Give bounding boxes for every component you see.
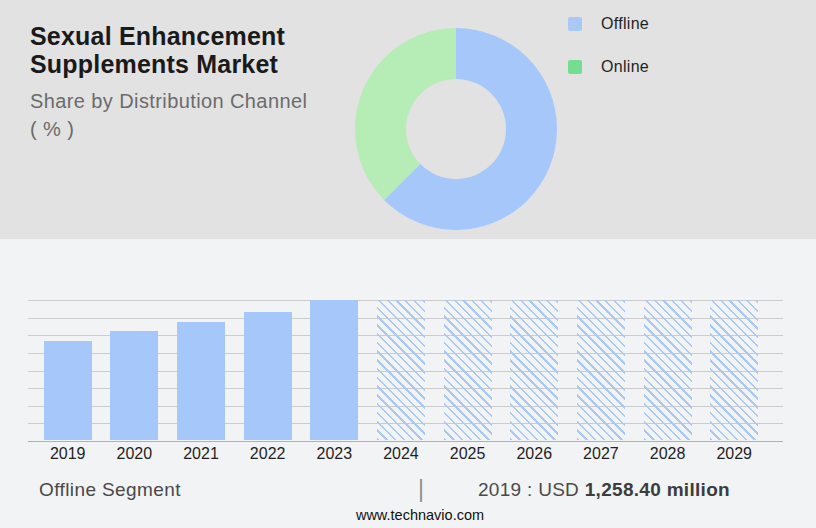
legend-item-offline: Offline <box>568 16 649 32</box>
infographic-poster: Sexual Enhancement Supplements Market Sh… <box>0 0 816 528</box>
bar-2028-forecast <box>644 300 692 440</box>
x-axis-label-2023: 2023 <box>301 445 367 463</box>
bar-2024-forecast <box>377 300 425 440</box>
market-value-amount: 1,258.40 million <box>585 479 730 500</box>
header-section: Sexual Enhancement Supplements Market Sh… <box>0 0 816 239</box>
bar-2025-forecast <box>444 300 492 440</box>
chart-legend: Offline Online <box>568 16 649 102</box>
website-link: www.technavio.com <box>356 507 484 523</box>
segment-caption: Offline Segment <box>39 479 181 501</box>
page-subtitle-line-2: ( % ) <box>30 116 307 142</box>
bar-2021 <box>177 322 225 440</box>
bar-2022 <box>244 312 292 440</box>
bar-2020 <box>110 331 158 440</box>
market-value-caption: 2019 : USD 1,258.40 million <box>478 479 730 501</box>
x-axis-label-2024: 2024 <box>368 445 434 463</box>
market-value-prefix: 2019 : USD <box>478 479 585 500</box>
legend-label-offline: Offline <box>601 15 649 33</box>
x-axis-label-2028: 2028 <box>635 445 701 463</box>
online-swatch-icon <box>568 60 582 74</box>
donut-chart-hole <box>406 79 506 179</box>
bar-chart: 2019202020212022202320242025202620272028… <box>28 300 783 441</box>
bar-2023 <box>310 300 358 440</box>
x-axis-line <box>28 441 783 442</box>
x-axis-label-2022: 2022 <box>235 445 301 463</box>
x-axis-label-2025: 2025 <box>435 445 501 463</box>
page-title-line-2: Supplements Market <box>30 50 307 78</box>
x-axis-label-2020: 2020 <box>101 445 167 463</box>
title-block: Sexual Enhancement Supplements Market Sh… <box>30 22 307 142</box>
x-axis-label-2029: 2029 <box>701 445 767 463</box>
caption-divider: | <box>418 476 424 503</box>
bar-2026-forecast <box>510 300 558 440</box>
x-axis-label-2027: 2027 <box>568 445 634 463</box>
legend-label-online: Online <box>601 58 649 76</box>
caption-row: Offline Segment | 2019 : USD 1,258.40 mi… <box>0 479 816 505</box>
offline-swatch-icon <box>568 17 582 31</box>
bar-2027-forecast <box>577 300 625 440</box>
x-axis-label-2021: 2021 <box>168 445 234 463</box>
bar-2019 <box>44 341 92 440</box>
bar-2029-forecast <box>710 300 758 440</box>
legend-item-online: Online <box>568 59 649 75</box>
donut-chart <box>355 28 557 230</box>
page-title-line-1: Sexual Enhancement <box>30 22 307 50</box>
x-axis-label-2019: 2019 <box>35 445 101 463</box>
page-subtitle-line-1: Share by Distribution Channel <box>30 88 307 114</box>
forecast-section: 2019202020212022202320242025202620272028… <box>0 239 816 528</box>
x-axis-label-2026: 2026 <box>501 445 567 463</box>
